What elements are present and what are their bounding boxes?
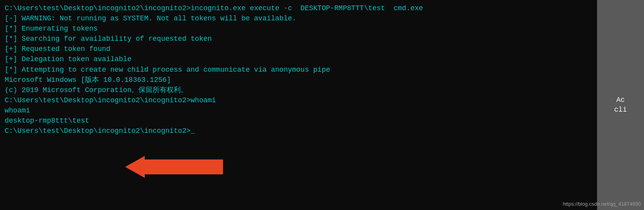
sidebar-panel: Ac cli (597, 0, 644, 210)
sidebar-text-2: cli (614, 105, 627, 115)
terminal-line-attempt-line: [*] Attempting to create new child proce… (5, 65, 592, 75)
terminal-line-found-line: [+] Requested token found (5, 44, 592, 54)
sidebar-text: Ac (616, 95, 625, 105)
terminal-output[interactable]: C:\Users\test\Desktop\incognito2\incogni… (0, 0, 597, 210)
terminal-line-whoami-result: desktop-rmp8ttt\test (5, 116, 592, 126)
terminal-line-win-version: Microsoft Windows [版本 10.0.18363.1256] (5, 75, 592, 85)
terminal-line-copyright: (c) 2019 Microsoft Corporation。保留所有权利。 (5, 85, 592, 95)
watermark-url: https://blog.csdn.net/qq_41874930 (563, 201, 641, 207)
terminal-line-cmd-line: C:\Users\test\Desktop\incognito2\incogni… (5, 3, 592, 13)
terminal-line-warn-line: [-] WARNING: Not running as SYSTEM. Not … (5, 13, 592, 24)
terminal-line-deleg-line: [+] Delegation token available (5, 54, 592, 64)
terminal-window: C:\Users\test\Desktop\incognito2\incogni… (0, 0, 644, 210)
terminal-line-prompt-final: C:\Users\test\Desktop\incognito2\incogni… (5, 126, 592, 136)
terminal-line-enum-line: [*] Enumerating tokens (5, 24, 592, 34)
terminal-line-whoami-label: whoami (5, 105, 592, 116)
terminal-line-whoami-cmd: C:\Users\test\Desktop\incognito2\incogni… (5, 95, 592, 105)
terminal-line-search-line: [*] Searching for availability of reques… (5, 34, 592, 44)
